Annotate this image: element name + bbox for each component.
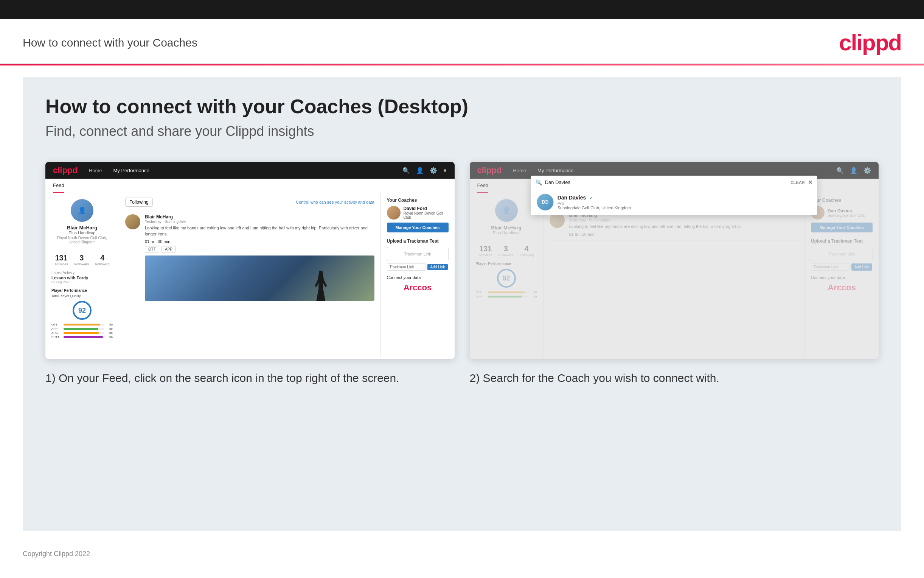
- app-nav-logo: clippd: [53, 166, 78, 175]
- coaches-label: Your Coaches: [387, 198, 448, 203]
- settings-nav-icon[interactable]: ⚙️: [430, 167, 437, 174]
- step-1-description: 1) On your Feed, click on the search ico…: [45, 359, 455, 386]
- screenshot-1: clippd Home My Performance 🔍 👤 ⚙️ ● Feed: [45, 162, 455, 359]
- trackman-input[interactable]: [387, 263, 426, 271]
- result-role: Pro: [558, 201, 631, 206]
- middle-feed-1: Following Control who can see your activ…: [119, 193, 381, 357]
- result-club: Sunningdale Golf Club, United Kingdom: [558, 206, 631, 210]
- profile-avatar: 👤: [71, 199, 94, 222]
- perf-app-fill: [63, 328, 98, 330]
- perf-putt-bar: [63, 336, 104, 338]
- perf-row-ott: OTT 90: [52, 323, 113, 326]
- nav-my-performance[interactable]: My Performance: [113, 168, 149, 174]
- post-image: [145, 255, 374, 301]
- nav-home[interactable]: Home: [89, 168, 102, 174]
- profile-club: Royal North Devon Golf Club, United King…: [52, 236, 113, 244]
- latest-activity-date: 03 Aug 2022: [52, 280, 113, 284]
- profile-handicap: Plus Handicap: [52, 231, 113, 235]
- coach-name: David Ford: [404, 206, 448, 211]
- profile-stats: 131 Activities 3 Followers 4 Following: [52, 249, 113, 266]
- clippd-logo: clippd: [839, 29, 901, 56]
- following-row: Following Control who can see your activ…: [125, 198, 374, 207]
- perf-arg-fill: [63, 332, 99, 334]
- stat-activities-label: Activities: [55, 262, 68, 266]
- accent-line: [0, 64, 924, 65]
- page-heading: How to connect with your Coaches (Deskto…: [45, 96, 879, 117]
- step-2-number: 2): [470, 372, 480, 384]
- perf-arg-bar: [63, 332, 104, 334]
- step-1-body: On your Feed, click on the search icon i…: [58, 372, 399, 384]
- post-duration: 01 hr : 30 min: [145, 239, 374, 244]
- following-button[interactable]: Following: [125, 198, 153, 207]
- post-avatar: [125, 214, 140, 229]
- post-author: Blair McHarg: [145, 214, 374, 219]
- latest-activity-name: Lesson with Fordy: [52, 276, 113, 280]
- post-text: Looking to feel like my hands are exitin…: [145, 225, 374, 237]
- feed-tab-item[interactable]: Feed: [53, 179, 64, 193]
- golfer-silhouette: [313, 271, 328, 301]
- perf-putt-label: PUTT: [52, 335, 62, 339]
- stat-following-num: 4: [95, 253, 110, 262]
- user-nav-icon[interactable]: 👤: [416, 167, 424, 174]
- result-info: Dan Davies ✓ Pro Sunningdale Golf Club, …: [558, 194, 631, 210]
- perf-putt-fill: [63, 336, 103, 338]
- post-card: Blair McHarg Yesterday · Sunningdale Loo…: [125, 211, 374, 305]
- screenshot-2: clippd Home My Performance 🔍 👤 ⚙️ Feed: [470, 162, 879, 359]
- search-overlay: 🔍 Dan Davies CLEAR ✕ DD Dan Davies ✓ Pro: [531, 175, 817, 215]
- total-quality-label: Total Player Quality: [52, 294, 113, 298]
- result-verified-icon: ✓: [589, 195, 593, 201]
- screenshot-col-1: clippd Home My Performance 🔍 👤 ⚙️ ● Feed: [45, 162, 455, 386]
- result-name-row: Dan Davies ✓: [558, 194, 631, 201]
- stat-followers-label: Followers: [74, 262, 89, 266]
- control-link[interactable]: Control who can see your activity and da…: [296, 200, 374, 205]
- trackman-placeholder-box: Trackman Link: [387, 247, 448, 261]
- search-bar: 🔍 Dan Davies CLEAR ✕: [531, 175, 817, 189]
- avatar-nav-icon[interactable]: ●: [443, 167, 447, 174]
- search-result[interactable]: DD Dan Davies ✓ Pro Sunningdale Golf Clu…: [531, 189, 817, 215]
- search-query[interactable]: Dan Davies: [545, 179, 788, 185]
- stat-activities-num: 131: [55, 253, 68, 262]
- manage-coaches-btn[interactable]: Manage Your Coaches: [387, 222, 448, 232]
- step-1-text: 1) On your Feed, click on the search ico…: [45, 370, 455, 386]
- footer: Copyright Clippd 2022: [0, 542, 924, 565]
- trackman-section: Upload a Trackman Test Trackman Link Add…: [387, 239, 448, 271]
- stat-followers: 3 Followers: [74, 253, 89, 266]
- page-subheading: Find, connect and share your Clippd insi…: [45, 123, 879, 139]
- nav-icons: 🔍 👤 ⚙️ ●: [403, 167, 447, 174]
- perf-row-arg: ARG 86: [52, 331, 113, 334]
- latest-activity-section: Latest Activity Lesson with Fordy 03 Aug…: [52, 271, 113, 284]
- search-close-btn[interactable]: ✕: [808, 179, 813, 186]
- performance-bars: OTT 90 APP 85: [52, 323, 113, 339]
- screenshots-row: clippd Home My Performance 🔍 👤 ⚙️ ● Feed: [45, 162, 879, 386]
- add-link-btn[interactable]: Add Link: [427, 264, 448, 270]
- coach-card: David Ford Royal North Devon Golf Club: [387, 206, 448, 219]
- post-tags: OTT APP: [145, 246, 374, 252]
- coach-club: Royal North Devon Golf Club: [404, 211, 448, 219]
- copyright-text: Copyright Clippd 2022: [23, 550, 90, 558]
- latest-activity-label: Latest Activity: [52, 271, 74, 275]
- perf-ott-fill: [63, 324, 100, 326]
- profile-name: Blair McHarg: [52, 225, 113, 231]
- stat-following-label: Following: [95, 262, 110, 266]
- post-tag-app: APP: [162, 246, 176, 252]
- app-nav-1: clippd Home My Performance 🔍 👤 ⚙️ ●: [45, 162, 455, 179]
- perf-ott-bar: [63, 324, 104, 326]
- coach-avatar: [387, 206, 401, 219]
- perf-ott-label: OTT: [52, 323, 62, 326]
- step-2-body: Search for the Coach you wish to connect…: [483, 372, 719, 384]
- perf-arg-label: ARG: [52, 331, 62, 334]
- screenshot-col-2: clippd Home My Performance 🔍 👤 ⚙️ Feed: [470, 162, 879, 386]
- trackman-label: Upload a Trackman Test: [387, 239, 448, 244]
- perf-app-label: APP: [52, 327, 62, 330]
- post-tag-off: OTT: [145, 246, 159, 252]
- score-circle: 92: [73, 301, 92, 320]
- search-nav-icon[interactable]: 🔍: [403, 167, 410, 174]
- top-bar: [0, 0, 924, 19]
- coach-info: David Ford Royal North Devon Golf Club: [404, 206, 448, 219]
- player-performance-label: Player Performance: [52, 289, 113, 292]
- search-clear-btn[interactable]: CLEAR: [790, 180, 805, 185]
- step-1-number: 1): [45, 372, 56, 384]
- post-content: Blair McHarg Yesterday · Sunningdale Loo…: [145, 214, 374, 301]
- header: How to connect with your Coaches clippd: [0, 19, 924, 64]
- feed-tab-bar: Feed: [45, 179, 455, 193]
